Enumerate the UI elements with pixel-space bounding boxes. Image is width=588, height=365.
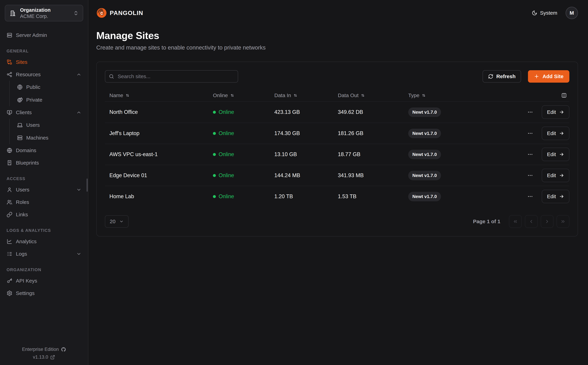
prev-page-button[interactable]	[525, 215, 538, 228]
moon-icon	[532, 10, 537, 16]
edit-button[interactable]: Edit	[542, 105, 569, 119]
status-badge: Online	[208, 151, 270, 157]
theme-toggle[interactable]: System	[532, 10, 557, 16]
first-page-button[interactable]	[509, 215, 522, 228]
sort-icon	[230, 93, 234, 98]
sidebar-item-analytics[interactable]: Analytics	[5, 235, 83, 248]
refresh-icon	[488, 74, 493, 79]
site-name: Edge Device 01	[105, 172, 208, 179]
org-selector[interactable]: Organization ACME Corp.	[5, 5, 83, 21]
brand[interactable]: PANGOLIN	[96, 7, 143, 18]
pangolin-logo-icon	[96, 7, 107, 18]
column-header-name[interactable]: Name	[105, 92, 208, 98]
pagination-right: Page 1 of 1	[473, 215, 569, 228]
row-actions: Edit	[493, 190, 569, 203]
column-label: Data Out	[338, 92, 358, 98]
pager	[509, 215, 569, 228]
main-content: PANGOLIN System M Manage Sites Create an…	[88, 0, 588, 365]
sort-icon	[293, 93, 298, 98]
sidebar-scrollbar-thumb[interactable]	[87, 179, 88, 192]
data-out-value: 18.77 GB	[333, 151, 404, 157]
data-in-value: 174.30 GB	[270, 130, 333, 136]
ellipsis-icon	[527, 109, 533, 115]
sidebar-item-links[interactable]: Links	[5, 208, 83, 221]
github-icon	[61, 347, 66, 352]
sidebar-item-resources[interactable]: Resources	[5, 68, 83, 81]
search-wrap	[105, 70, 238, 83]
online-dot-icon	[213, 195, 216, 198]
sites-icon	[7, 59, 12, 65]
data-in-value: 1.20 TB	[270, 193, 333, 200]
chevron-down-icon	[76, 251, 81, 257]
row-menu-button[interactable]	[525, 129, 535, 138]
column-label: Data In	[274, 92, 291, 98]
type-badge: Newt v1.7.0	[408, 107, 441, 117]
refresh-label: Refresh	[496, 73, 516, 79]
sidebar-item-label: Domains	[16, 147, 81, 153]
sidebar-nav: Server Admin GENERAL Sites Resources Pub…	[5, 29, 83, 360]
sidebar-item-settings[interactable]: Settings	[5, 287, 83, 299]
type-cell: Newt v1.7.0	[404, 171, 493, 180]
sidebar-item-blueprints[interactable]: Blueprints	[5, 157, 83, 169]
column-header-type[interactable]: Type	[404, 92, 493, 98]
chart-line-icon	[7, 239, 12, 245]
column-header-data-in[interactable]: Data In	[270, 92, 333, 98]
column-header-data-out[interactable]: Data Out	[333, 92, 404, 98]
sidebar-item-machines[interactable]: Machines	[15, 131, 83, 144]
sidebar-item-users[interactable]: Users	[5, 183, 83, 196]
edit-button[interactable]: Edit	[542, 169, 569, 182]
pagination: 20 Page 1 of 1	[105, 215, 569, 228]
last-page-button[interactable]	[557, 215, 569, 228]
sidebar-item-label: API Keys	[16, 278, 81, 284]
refresh-button[interactable]: Refresh	[483, 70, 521, 83]
row-menu-button[interactable]	[525, 171, 535, 180]
version-label: v1.13.0	[33, 354, 48, 360]
row-menu-button[interactable]	[525, 107, 535, 117]
chevron-down-icon	[76, 187, 81, 192]
sidebar-item-logs[interactable]: Logs	[5, 248, 83, 260]
data-out-value: 349.62 DB	[333, 109, 404, 115]
table-header: Name Online Data In Data Out	[105, 90, 569, 102]
columns-toggle-button[interactable]	[493, 92, 569, 98]
search-icon	[109, 74, 114, 79]
version-link[interactable]: v1.13.0	[33, 354, 55, 360]
next-page-button[interactable]	[541, 215, 553, 228]
row-menu-button[interactable]	[525, 192, 535, 201]
sidebar-item-public[interactable]: Public	[15, 81, 83, 93]
sidebar-item-domains[interactable]: Domains	[5, 144, 83, 157]
sidebar-item-client-users[interactable]: Users	[15, 119, 83, 131]
sidebar-item-server-admin[interactable]: Server Admin	[5, 29, 83, 41]
monitor-up-icon	[7, 110, 12, 115]
edition-link[interactable]: Enterprise Edition	[22, 347, 66, 352]
online-dot-icon	[213, 111, 216, 114]
sidebar-item-label: Users	[16, 187, 73, 193]
search-input[interactable]	[105, 70, 238, 83]
page-subtitle: Create and manage sites to enable connec…	[96, 44, 578, 51]
arrow-right-icon	[559, 173, 564, 178]
add-site-button[interactable]: Add Site	[528, 70, 569, 83]
data-in-value: 13.10 GB	[270, 151, 333, 157]
sidebar-item-api-keys[interactable]: API Keys	[5, 275, 83, 287]
sidebar-item-private[interactable]: Private	[15, 93, 83, 106]
sidebar-item-sites[interactable]: Sites	[5, 56, 83, 68]
avatar[interactable]: M	[566, 7, 578, 19]
type-cell: Newt v1.7.0	[404, 129, 493, 138]
table-row: Home Lab Online 1.20 TB 1.53 TB Newt v1.…	[105, 186, 569, 207]
status-badge: Online	[208, 130, 270, 136]
site-name: AWS VPC us-east-1	[105, 151, 208, 157]
sort-icon	[361, 93, 365, 98]
sidebar-item-clients[interactable]: Clients	[5, 106, 83, 119]
row-menu-button[interactable]	[525, 150, 535, 159]
receipt-icon	[7, 160, 12, 166]
column-header-online[interactable]: Online	[208, 92, 270, 98]
sort-icon	[421, 93, 426, 98]
page-size-select[interactable]: 20	[105, 215, 129, 228]
sidebar-item-roles[interactable]: Roles	[5, 196, 83, 208]
ellipsis-icon	[527, 151, 533, 157]
edit-button[interactable]: Edit	[542, 148, 569, 161]
sidebar-item-label: Resources	[16, 72, 73, 77]
edit-button[interactable]: Edit	[542, 190, 569, 203]
edit-button[interactable]: Edit	[542, 126, 569, 140]
sites-card: Refresh Add Site Name Online	[96, 62, 578, 237]
status-label: Online	[219, 172, 234, 179]
